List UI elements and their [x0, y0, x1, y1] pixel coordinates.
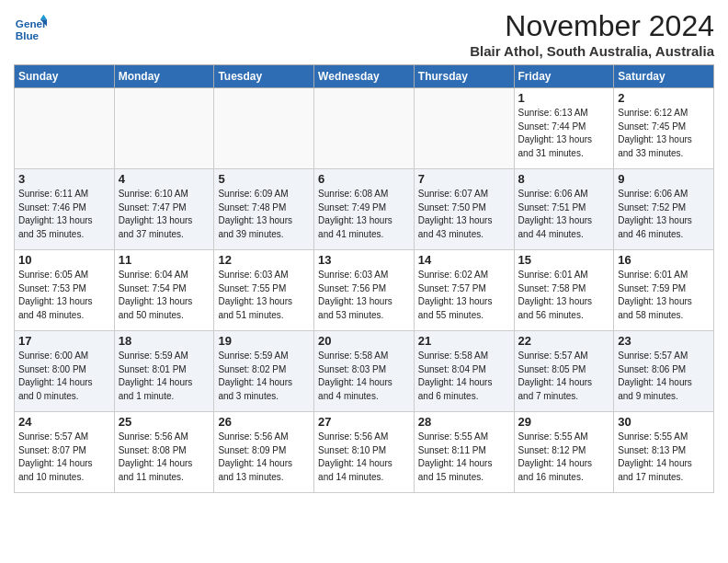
- day-info: Sunrise: 6:01 AM Sunset: 7:58 PM Dayligh…: [518, 269, 610, 322]
- day-info: Sunrise: 5:56 AM Sunset: 8:08 PM Dayligh…: [119, 431, 210, 484]
- calendar-cell: 2Sunrise: 6:12 AM Sunset: 7:45 PM Daylig…: [614, 88, 714, 169]
- day-number: 3: [18, 172, 110, 186]
- day-info: Sunrise: 6:13 AM Sunset: 7:44 PM Dayligh…: [518, 107, 610, 160]
- day-number: 14: [418, 253, 510, 267]
- calendar-cell: 18Sunrise: 5:59 AM Sunset: 8:01 PM Dayli…: [114, 331, 214, 412]
- page-header: General Blue November 2024 Blair Athol, …: [14, 9, 714, 59]
- calendar-cell: 24Sunrise: 5:57 AM Sunset: 8:07 PM Dayli…: [15, 412, 115, 493]
- calendar-cell: 9Sunrise: 6:06 AM Sunset: 7:52 PM Daylig…: [614, 169, 714, 250]
- day-info: Sunrise: 5:55 AM Sunset: 8:12 PM Dayligh…: [518, 431, 610, 484]
- day-info: Sunrise: 6:04 AM Sunset: 7:54 PM Dayligh…: [119, 269, 210, 322]
- calendar-cell: 7Sunrise: 6:07 AM Sunset: 7:50 PM Daylig…: [414, 169, 514, 250]
- day-info: Sunrise: 6:09 AM Sunset: 7:48 PM Dayligh…: [218, 188, 310, 241]
- day-number: 10: [18, 253, 110, 267]
- day-number: 11: [119, 253, 210, 267]
- day-number: 21: [418, 334, 510, 348]
- calendar-table: SundayMondayTuesdayWednesdayThursdayFrid…: [14, 64, 714, 493]
- calendar-cell: 15Sunrise: 6:01 AM Sunset: 7:58 PM Dayli…: [514, 250, 614, 331]
- weekday-header-sunday: Sunday: [15, 65, 115, 88]
- calendar-cell: 14Sunrise: 6:02 AM Sunset: 7:57 PM Dayli…: [414, 250, 514, 331]
- calendar-cell: 4Sunrise: 6:10 AM Sunset: 7:47 PM Daylig…: [114, 169, 214, 250]
- day-info: Sunrise: 5:59 AM Sunset: 8:02 PM Dayligh…: [218, 350, 310, 403]
- calendar-cell: 27Sunrise: 5:56 AM Sunset: 8:10 PM Dayli…: [314, 412, 415, 493]
- day-info: Sunrise: 5:57 AM Sunset: 8:06 PM Dayligh…: [618, 350, 710, 403]
- weekday-header-row: SundayMondayTuesdayWednesdayThursdayFrid…: [15, 65, 714, 88]
- weekday-header-thursday: Thursday: [414, 65, 514, 88]
- day-info: Sunrise: 5:57 AM Sunset: 8:05 PM Dayligh…: [518, 350, 610, 403]
- day-number: 15: [518, 253, 610, 267]
- day-number: 29: [518, 415, 610, 429]
- day-info: Sunrise: 6:03 AM Sunset: 7:55 PM Dayligh…: [218, 269, 310, 322]
- day-info: Sunrise: 6:10 AM Sunset: 7:47 PM Dayligh…: [119, 188, 210, 241]
- day-info: Sunrise: 6:03 AM Sunset: 7:56 PM Dayligh…: [318, 269, 410, 322]
- calendar-cell: 5Sunrise: 6:09 AM Sunset: 7:48 PM Daylig…: [214, 169, 314, 250]
- day-info: Sunrise: 6:06 AM Sunset: 7:52 PM Dayligh…: [618, 188, 710, 241]
- day-info: Sunrise: 5:56 AM Sunset: 8:10 PM Dayligh…: [318, 431, 410, 484]
- calendar-cell: [15, 88, 115, 169]
- day-info: Sunrise: 5:56 AM Sunset: 8:09 PM Dayligh…: [218, 431, 310, 484]
- day-number: 28: [418, 415, 510, 429]
- day-info: Sunrise: 6:05 AM Sunset: 7:53 PM Dayligh…: [18, 269, 110, 322]
- calendar-cell: [414, 88, 514, 169]
- day-number: 5: [218, 172, 310, 186]
- calendar-cell: 6Sunrise: 6:08 AM Sunset: 7:49 PM Daylig…: [314, 169, 415, 250]
- day-number: 26: [218, 415, 310, 429]
- day-number: 27: [318, 415, 410, 429]
- month-title: November 2024: [470, 9, 714, 43]
- weekday-header-saturday: Saturday: [614, 65, 714, 88]
- weekday-header-tuesday: Tuesday: [214, 65, 314, 88]
- svg-text:Blue: Blue: [16, 29, 40, 41]
- day-number: 8: [518, 172, 610, 186]
- calendar-cell: 1Sunrise: 6:13 AM Sunset: 7:44 PM Daylig…: [514, 88, 614, 169]
- day-number: 30: [618, 415, 710, 429]
- calendar-cell: 13Sunrise: 6:03 AM Sunset: 7:56 PM Dayli…: [314, 250, 415, 331]
- calendar-week-row: 3Sunrise: 6:11 AM Sunset: 7:46 PM Daylig…: [15, 169, 714, 250]
- day-info: Sunrise: 5:55 AM Sunset: 8:11 PM Dayligh…: [418, 431, 510, 484]
- calendar-cell: 22Sunrise: 5:57 AM Sunset: 8:05 PM Dayli…: [514, 331, 614, 412]
- day-info: Sunrise: 6:00 AM Sunset: 8:00 PM Dayligh…: [18, 350, 110, 403]
- day-info: Sunrise: 5:57 AM Sunset: 8:07 PM Dayligh…: [18, 431, 110, 484]
- logo-icon: General Blue: [14, 13, 47, 46]
- calendar-cell: 8Sunrise: 6:06 AM Sunset: 7:51 PM Daylig…: [514, 169, 614, 250]
- weekday-header-wednesday: Wednesday: [314, 65, 415, 88]
- day-info: Sunrise: 5:58 AM Sunset: 8:03 PM Dayligh…: [318, 350, 410, 403]
- calendar-week-row: 24Sunrise: 5:57 AM Sunset: 8:07 PM Dayli…: [15, 412, 714, 493]
- day-number: 17: [18, 334, 110, 348]
- day-number: 18: [119, 334, 210, 348]
- day-info: Sunrise: 5:58 AM Sunset: 8:04 PM Dayligh…: [418, 350, 510, 403]
- calendar-week-row: 10Sunrise: 6:05 AM Sunset: 7:53 PM Dayli…: [15, 250, 714, 331]
- calendar-cell: 26Sunrise: 5:56 AM Sunset: 8:09 PM Dayli…: [214, 412, 314, 493]
- day-number: 2: [618, 91, 710, 105]
- calendar-week-row: 1Sunrise: 6:13 AM Sunset: 7:44 PM Daylig…: [15, 88, 714, 169]
- calendar-cell: 28Sunrise: 5:55 AM Sunset: 8:11 PM Dayli…: [414, 412, 514, 493]
- calendar-cell: [314, 88, 415, 169]
- day-number: 9: [618, 172, 710, 186]
- day-number: 16: [618, 253, 710, 267]
- calendar-cell: 11Sunrise: 6:04 AM Sunset: 7:54 PM Dayli…: [114, 250, 214, 331]
- calendar-cell: 20Sunrise: 5:58 AM Sunset: 8:03 PM Dayli…: [314, 331, 415, 412]
- day-info: Sunrise: 6:11 AM Sunset: 7:46 PM Dayligh…: [18, 188, 110, 241]
- calendar-cell: 23Sunrise: 5:57 AM Sunset: 8:06 PM Dayli…: [614, 331, 714, 412]
- calendar-cell: 29Sunrise: 5:55 AM Sunset: 8:12 PM Dayli…: [514, 412, 614, 493]
- calendar-cell: [114, 88, 214, 169]
- title-block: November 2024 Blair Athol, South Austral…: [470, 9, 714, 59]
- day-number: 20: [318, 334, 410, 348]
- day-number: 13: [318, 253, 410, 267]
- day-info: Sunrise: 6:06 AM Sunset: 7:51 PM Dayligh…: [518, 188, 610, 241]
- day-info: Sunrise: 5:59 AM Sunset: 8:01 PM Dayligh…: [119, 350, 210, 403]
- location-subtitle: Blair Athol, South Australia, Australia: [470, 43, 714, 59]
- day-number: 22: [518, 334, 610, 348]
- day-number: 4: [119, 172, 210, 186]
- day-info: Sunrise: 6:01 AM Sunset: 7:59 PM Dayligh…: [618, 269, 710, 322]
- day-number: 19: [218, 334, 310, 348]
- day-info: Sunrise: 6:12 AM Sunset: 7:45 PM Dayligh…: [618, 107, 710, 160]
- day-info: Sunrise: 6:02 AM Sunset: 7:57 PM Dayligh…: [418, 269, 510, 322]
- calendar-cell: 21Sunrise: 5:58 AM Sunset: 8:04 PM Dayli…: [414, 331, 514, 412]
- day-info: Sunrise: 6:08 AM Sunset: 7:49 PM Dayligh…: [318, 188, 410, 241]
- calendar-cell: 19Sunrise: 5:59 AM Sunset: 8:02 PM Dayli…: [214, 331, 314, 412]
- day-info: Sunrise: 5:55 AM Sunset: 8:13 PM Dayligh…: [618, 431, 710, 484]
- day-number: 7: [418, 172, 510, 186]
- weekday-header-monday: Monday: [114, 65, 214, 88]
- calendar-cell: 10Sunrise: 6:05 AM Sunset: 7:53 PM Dayli…: [15, 250, 115, 331]
- calendar-week-row: 17Sunrise: 6:00 AM Sunset: 8:00 PM Dayli…: [15, 331, 714, 412]
